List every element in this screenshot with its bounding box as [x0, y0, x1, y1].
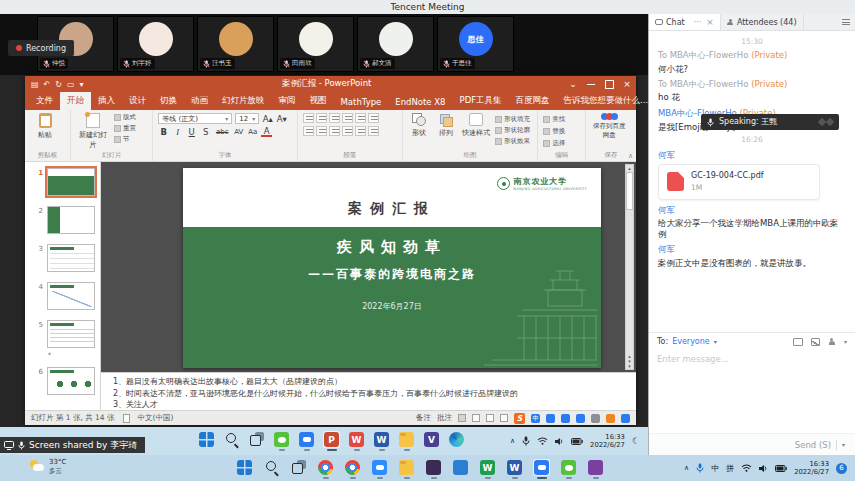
tab-review[interactable]: 审阅 — [272, 92, 303, 110]
notes-pane[interactable]: 1、题目没有太明确表达出故事核心，题目太大（品牌建设的点）2、时间表达不清楚，亚… — [101, 372, 636, 410]
redo-icon[interactable]: ↻ — [55, 80, 62, 89]
chat-tab-close-icon[interactable]: × — [706, 17, 714, 27]
tencent-meeting-icon[interactable] — [533, 459, 550, 476]
task-view-icon[interactable] — [290, 459, 307, 476]
save-to-baidu-button[interactable]: 保存到百度网盘 — [591, 113, 627, 140]
mention-icon[interactable] — [828, 338, 836, 346]
increase-font-icon[interactable]: A▴ — [262, 114, 273, 124]
clock[interactable]: 16:332022/6/27 — [794, 460, 829, 476]
tencent-meeting-icon[interactable] — [298, 431, 315, 448]
change-case-button[interactable]: Aa — [247, 128, 258, 136]
slideshow-view-icon[interactable] — [500, 414, 508, 422]
canvas-scrollbar[interactable]: ▴ ▴ ▾ ▾ — [625, 164, 634, 370]
slide-thumb-1[interactable]: 1 ✦ — [25, 168, 100, 196]
shapes-button[interactable]: 形状 — [408, 113, 430, 146]
wifi-icon[interactable] — [537, 437, 548, 445]
tab-view[interactable]: 视图 — [303, 92, 334, 110]
ime-symbol-icon[interactable] — [546, 414, 555, 423]
weather-widget[interactable]: 33°C 多云 — [30, 458, 66, 475]
file-explorer-icon[interactable] — [398, 431, 415, 448]
mic-icon[interactable] — [696, 463, 704, 473]
start-icon[interactable] — [236, 459, 253, 476]
ime-skin-icon[interactable] — [606, 414, 615, 423]
hidden-icons-chevron[interactable]: ∧ — [684, 464, 689, 472]
message-input[interactable]: Enter message... — [649, 350, 855, 433]
video-tile-5[interactable]: 郝文清 — [357, 16, 434, 72]
numbering-icon[interactable] — [316, 113, 327, 123]
ime-mode-toggle[interactable]: 拼 — [726, 463, 734, 474]
game-app-icon[interactable] — [425, 459, 442, 476]
word-icon[interactable]: W — [373, 431, 390, 448]
wechat-icon[interactable] — [273, 431, 290, 448]
decrease-indent-icon[interactable] — [329, 113, 340, 123]
increase-indent-icon[interactable] — [342, 113, 353, 123]
video-tile-6[interactable]: 思佳 于思佳 — [437, 16, 514, 72]
align-left-icon[interactable] — [303, 126, 314, 136]
word-icon[interactable]: W — [506, 459, 523, 476]
align-center-icon[interactable] — [316, 126, 327, 136]
tab-chat[interactable]: Chat ··· × — [649, 14, 721, 30]
notification-badge[interactable]: 6 — [836, 463, 847, 474]
spellcheck-icon[interactable] — [123, 414, 130, 423]
sogou-ime-icon[interactable]: S — [514, 413, 525, 424]
notes-toggle[interactable]: 备注 — [416, 413, 431, 423]
scroll-down-icon[interactable]: ▾ — [628, 364, 631, 369]
search-icon[interactable] — [263, 459, 280, 476]
app-grid-icon[interactable] — [452, 459, 469, 476]
ime-toolbox-icon[interactable] — [621, 414, 630, 423]
paste-button[interactable]: 粘贴 — [30, 113, 60, 140]
tab-insert[interactable]: 插入 — [91, 92, 122, 110]
decrease-font-icon[interactable]: A▾ — [276, 114, 287, 124]
strikethrough-button[interactable]: abc — [214, 128, 230, 136]
underline-button[interactable]: U — [186, 127, 197, 137]
image-icon[interactable] — [811, 338, 820, 346]
select-button[interactable]: 选择 — [543, 139, 565, 148]
char-spacing-button[interactable]: AV — [233, 128, 244, 136]
shape-fill-button[interactable]: 形状填充 — [495, 115, 530, 124]
shadow-button[interactable]: S — [200, 127, 211, 137]
chrome-icon[interactable] — [344, 459, 361, 476]
italic-button[interactable]: I — [172, 127, 183, 137]
task-view-icon[interactable] — [248, 431, 265, 448]
slideshow-icon[interactable]: ▭ — [67, 80, 75, 89]
layout-button[interactable]: 版式 — [114, 113, 136, 122]
font-color-button[interactable]: A — [261, 127, 272, 137]
recipient-caret-icon[interactable]: ▾ — [714, 338, 717, 345]
focus-assist-moon-icon[interactable]: ☾ — [632, 436, 640, 446]
scrollbar-thumb[interactable] — [626, 172, 633, 210]
pen-app-icon[interactable] — [587, 459, 604, 476]
columns-icon[interactable] — [355, 126, 366, 136]
reset-button[interactable]: 重置 — [114, 124, 136, 133]
panel-menu-icon[interactable] — [837, 14, 855, 30]
text-direction-icon[interactable] — [368, 113, 379, 123]
ime-language-toggle[interactable]: 中 — [711, 463, 719, 474]
slide-thumb-4[interactable]: 4 ✦ — [25, 282, 100, 310]
slide-sorter-icon[interactable] — [472, 414, 480, 422]
justify-icon[interactable] — [342, 126, 353, 136]
start-icon[interactable] — [198, 431, 215, 448]
new-slide-button[interactable]: 新建幻灯片 — [76, 113, 110, 150]
language-indicator[interactable]: 中文(中国) — [138, 413, 174, 423]
ribbon-display-icon[interactable]: ⌄ — [564, 76, 582, 92]
send-options-caret-icon[interactable]: ▾ — [842, 441, 845, 448]
tab-pdf-tools[interactable]: PDF工具集 — [453, 92, 509, 110]
comments-toggle[interactable]: 批注 — [437, 413, 452, 423]
search-icon[interactable] — [223, 431, 240, 448]
slide-thumb-6[interactable]: 6 ✦ — [25, 367, 100, 395]
hidden-icons-chevron[interactable]: ∧ — [510, 437, 515, 445]
browser-icon[interactable] — [317, 459, 334, 476]
find-button[interactable]: 查找 — [543, 115, 565, 124]
arrange-button[interactable]: 排列 — [435, 113, 457, 146]
battery-icon[interactable] — [775, 465, 787, 472]
tab-baidu-netdisk[interactable]: 百度网盘 — [509, 92, 557, 110]
shape-effects-button[interactable]: 形状效果 — [495, 137, 530, 146]
tab-animations[interactable]: 动画 — [184, 92, 215, 110]
tab-transitions[interactable]: 切换 — [153, 92, 184, 110]
tab-home[interactable]: 开始 — [60, 92, 91, 110]
chat-tab-menu-icon[interactable]: ··· — [694, 18, 702, 27]
replace-button[interactable]: 替换 — [543, 127, 565, 136]
ime-mic-icon[interactable] — [561, 414, 570, 423]
file-explorer-icon[interactable] — [398, 459, 415, 476]
recipient-select[interactable]: Everyone — [672, 337, 710, 346]
restore-button[interactable] — [600, 76, 618, 92]
